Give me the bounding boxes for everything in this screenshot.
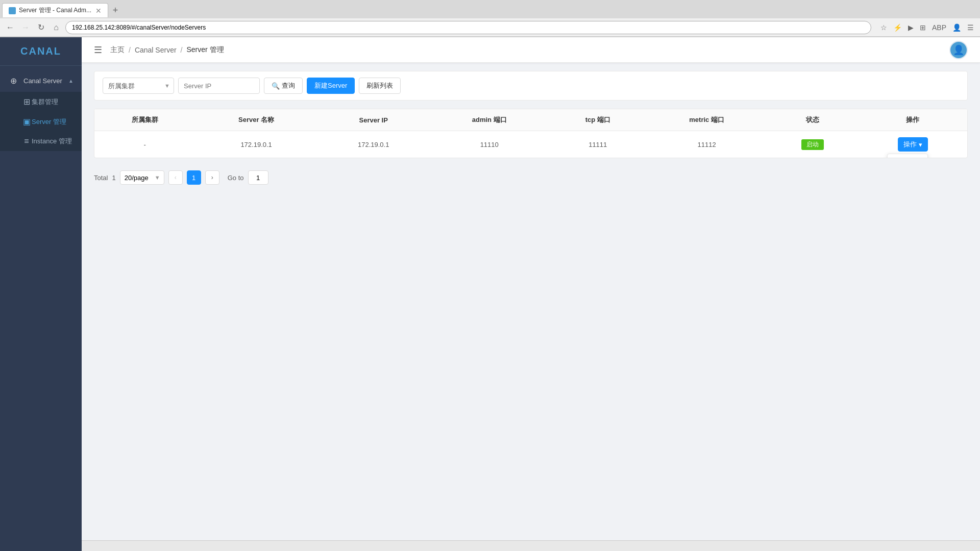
sidebar-logo: CANAL (0, 37, 82, 66)
col-cluster: 所属集群 (94, 109, 195, 131)
breadcrumb-sep-2: / (181, 46, 183, 54)
goto-label: Go to (228, 174, 244, 182)
table-container: 所属集群 Server 名称 Server IP admin 端口 tcp 端口… (94, 109, 968, 158)
total-label: Total (94, 174, 108, 182)
browser-actions: ☆ ⚡ ▶ ⊞ ABP 👤 ☰ (878, 22, 976, 33)
table-body: - 172.19.0.1 172.19.0.1 11110 11111 1111… (94, 131, 967, 158)
col-tcp-port: tcp 端口 (549, 109, 646, 131)
table-header-row: 所属集群 Server 名称 Server IP admin 端口 tcp 端口… (94, 109, 967, 131)
actions-arrow-icon: ▾ (919, 141, 922, 148)
main-content: ☰ 主页 / Canal Server / Server 管理 👤 (82, 37, 980, 551)
page-size-select[interactable]: 20/page 50/page 100/page (120, 170, 164, 185)
pagination: Total 1 20/page 50/page 100/page ▼ ‹ 1 ›… (94, 166, 968, 189)
page-header: ☰ 主页 / Canal Server / Server 管理 👤 (82, 37, 980, 63)
status-bar (82, 540, 980, 551)
header-right: 👤 (949, 41, 968, 59)
browser-chrome: Server 管理 - Canal Adm... ✕ + ← → ↻ ⌂ ☆ ⚡… (0, 0, 980, 37)
sidebar-item-instance[interactable]: ≡ Instance 管理 (0, 132, 82, 151)
sidebar-item-canal-server[interactable]: ⊕ Canal Server ▲ (0, 70, 82, 92)
address-bar: ← → ↻ ⌂ ☆ ⚡ ▶ ⊞ ABP 👤 ☰ (0, 18, 980, 37)
tab-title: Server 管理 - Canal Adm... (19, 6, 91, 15)
search-icon: 🔍 (272, 82, 280, 90)
next-page-button[interactable]: › (205, 170, 219, 185)
user-icon[interactable]: 👤 (950, 22, 963, 33)
sidebar-sub-menu: ⊞ 集群管理 ▣ Server 管理 ≡ Instance 管理 (0, 92, 82, 151)
actions-button[interactable]: 操作 ▾ (898, 137, 928, 152)
col-status: 状态 (767, 109, 858, 131)
sidebar-canal-server-label: Canal Server (23, 77, 63, 85)
server-label: Server 管理 (32, 117, 66, 127)
cell-cluster: - (94, 131, 195, 158)
current-page-button[interactable]: 1 (187, 170, 201, 185)
tab-favicon (9, 7, 16, 14)
new-tab-button[interactable]: + (108, 3, 122, 17)
total-count: 1 (112, 174, 115, 182)
extension-icon[interactable]: ⚡ (891, 22, 904, 33)
bookmark-icon[interactable]: ☆ (878, 22, 889, 33)
logo-text: CANAL (20, 45, 61, 57)
actions-dropdown-menu: 配置 修改 删除 启动 停止 详情 日志 (887, 154, 928, 158)
cell-actions: 操作 ▾ 配置 修改 删除 启动 停止 详情 (858, 131, 967, 158)
group-select-wrapper: 所属集群 document.querySelector('[data-name=… (103, 78, 174, 94)
server-ip-input[interactable] (178, 78, 260, 94)
refresh-button[interactable]: 刷新列表 (359, 78, 401, 94)
sidebar-item-server[interactable]: ▣ Server 管理 (0, 112, 82, 132)
refresh-button[interactable]: ↻ (35, 21, 47, 34)
instance-icon: ≡ (21, 137, 32, 146)
cell-server-ip: 172.19.0.1 (317, 131, 429, 158)
breadcrumb-home[interactable]: 主页 (110, 45, 125, 55)
server-icon: ▣ (21, 117, 32, 127)
actions-container: 操作 ▾ 配置 修改 删除 启动 停止 详情 (898, 137, 928, 152)
cell-metric-port: 11112 (646, 131, 767, 158)
content-area: 所属集群 document.querySelector('[data-name=… (82, 63, 980, 540)
avatar[interactable]: 👤 (949, 41, 968, 59)
canal-server-icon: ⊕ (8, 76, 18, 86)
col-admin-port: admin 端口 (429, 109, 549, 131)
goto-input[interactable] (248, 170, 268, 185)
menu-icon[interactable]: ☰ (965, 22, 976, 33)
sidebar: CANAL ⊕ Canal Server ▲ ⊞ 集群管理 ▣ Server 管… (0, 37, 82, 551)
breadcrumb-canal-server[interactable]: Canal Server (135, 46, 177, 54)
browser-tab[interactable]: Server 管理 - Canal Adm... ✕ (2, 3, 108, 17)
url-input[interactable] (65, 21, 871, 34)
dropdown-item-config[interactable]: 配置 (888, 154, 927, 158)
back-button[interactable]: ← (4, 21, 16, 34)
col-actions: 操作 (858, 109, 967, 131)
status-badge: 启动 (801, 139, 824, 150)
search-button[interactable]: 🔍 查询 (264, 78, 303, 94)
instance-label: Instance 管理 (32, 137, 72, 146)
server-table: 所属集群 Server 名称 Server IP admin 端口 tcp 端口… (94, 109, 967, 158)
cell-status: 启动 (767, 131, 858, 158)
app-container: CANAL ⊕ Canal Server ▲ ⊞ 集群管理 ▣ Server 管… (0, 37, 980, 551)
sidebar-item-cluster[interactable]: ⊞ 集群管理 (0, 92, 82, 112)
adblock-icon[interactable]: ABP (930, 22, 948, 33)
cell-tcp-port: 11111 (549, 131, 646, 158)
chevron-down-icon: ▲ (68, 78, 74, 84)
group-select[interactable]: 所属集群 (103, 78, 174, 94)
breadcrumb: 主页 / Canal Server / Server 管理 (110, 45, 224, 55)
forward-button[interactable]: → (19, 21, 32, 34)
cluster-label: 集群管理 (32, 97, 58, 107)
apps-icon[interactable]: ⊞ (918, 22, 928, 33)
breadcrumb-sep-1: / (129, 46, 131, 54)
cell-admin-port: 11110 (429, 131, 549, 158)
col-server-ip: Server IP (317, 109, 429, 131)
cluster-icon: ⊞ (21, 97, 32, 107)
hamburger-menu-icon[interactable]: ☰ (94, 44, 102, 56)
table-head: 所属集群 Server 名称 Server IP admin 端口 tcp 端口… (94, 109, 967, 131)
home-button[interactable]: ⌂ (50, 21, 62, 34)
prev-page-button[interactable]: ‹ (168, 170, 183, 185)
header-left: ☰ 主页 / Canal Server / Server 管理 (94, 44, 224, 56)
sidebar-menu: ⊕ Canal Server ▲ ⊞ 集群管理 ▣ Server 管理 ≡ In… (0, 66, 82, 551)
play-icon[interactable]: ▶ (906, 22, 916, 33)
breadcrumb-current: Server 管理 (186, 45, 224, 55)
page-size-wrapper: 20/page 50/page 100/page ▼ (120, 170, 164, 185)
new-server-button[interactable]: 新建Server (307, 78, 355, 94)
avatar-icon: 👤 (953, 44, 964, 56)
toolbar: 所属集群 document.querySelector('[data-name=… (94, 71, 968, 101)
col-server-name: Server 名称 (195, 109, 317, 131)
tab-close-button[interactable]: ✕ (95, 7, 102, 15)
tab-bar: Server 管理 - Canal Adm... ✕ + (0, 0, 980, 18)
table-row: - 172.19.0.1 172.19.0.1 11110 11111 1111… (94, 131, 967, 158)
cell-server-name: 172.19.0.1 (195, 131, 317, 158)
